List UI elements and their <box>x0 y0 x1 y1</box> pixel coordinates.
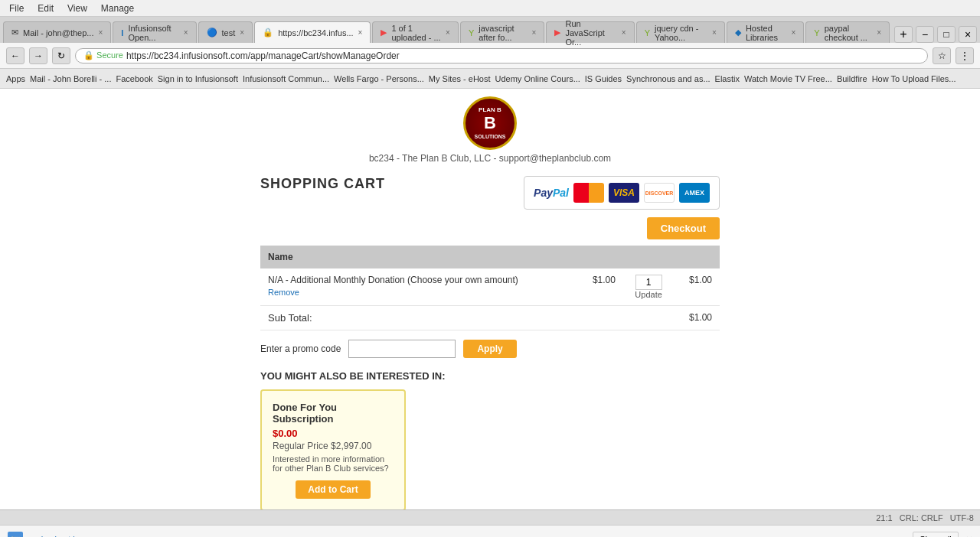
settings-button[interactable]: ⋮ <box>956 47 974 64</box>
tab-hosted-label: Hosted Libraries <box>746 24 787 42</box>
mastercard-icon <box>573 183 604 203</box>
menu-file[interactable]: File <box>3 2 30 15</box>
cart-item-qty-cell: Update <box>623 268 674 306</box>
bookmark-upload[interactable]: How To Upload Files... <box>872 74 956 83</box>
tab-infusionsoft-label: Infusionsoft Open... <box>128 24 178 42</box>
bookmarks-bar: Apps Mail - John Borelli - ... Facebook … <box>0 69 980 89</box>
upsell-regular-price: Regular Price $2,997.00 <box>273 441 394 451</box>
tab-mail[interactable]: ✉ Mail - john@thep... × <box>3 21 111 43</box>
tab-jquery[interactable]: Y jquery cdn - Yahoo... × <box>636 21 725 43</box>
forward-button[interactable]: → <box>29 47 47 64</box>
show-all-downloads-button[interactable]: Show all <box>913 532 959 538</box>
uploaded-favicon: ▶ <box>381 28 387 37</box>
bookmark-facebook[interactable]: Facebook <box>116 74 152 83</box>
maximize-button[interactable]: □ <box>937 26 956 43</box>
tab-test[interactable]: 🔵 test × <box>198 21 253 43</box>
close-tab-manage[interactable]: × <box>358 28 363 37</box>
tab-runjs-label: Run JavaScript Or... <box>565 19 616 47</box>
menu-view[interactable]: View <box>61 2 93 15</box>
tab-paypal[interactable]: Y paypal checkout ... × <box>805 21 890 43</box>
promo-input[interactable] <box>348 340 456 358</box>
logo-badge: PLAN B B SOLUTIONS <box>463 96 517 150</box>
remove-item-link[interactable]: Remove <box>268 288 570 297</box>
tab-manage-label: https://bc234.infus... <box>278 28 353 37</box>
menu-edit[interactable]: Edit <box>31 2 60 15</box>
download-filename[interactable]: ppcheckout.jpg <box>28 535 84 538</box>
upsell-product-price: $0.00 <box>273 428 394 439</box>
close-tab-uploaded[interactable]: × <box>446 28 450 37</box>
bookmark-udemy[interactable]: Udemy Online Cours... <box>495 74 580 83</box>
bookmark-watch[interactable]: Watch Movie TV Free... <box>744 74 832 83</box>
close-download-bar-button[interactable]: × <box>966 533 972 538</box>
visa-icon: VISA <box>609 183 639 203</box>
cart-item-row: N/A - Additional Monthly Donation (Choos… <box>260 268 720 306</box>
test-favicon: 🔵 <box>207 28 217 37</box>
discover-icon: DISCOVER <box>644 183 675 203</box>
download-item: 📷 ppcheckout.jpg ▲ <box>8 532 96 538</box>
bookmark-mail[interactable]: Mail - John Borelli - ... <box>30 74 111 83</box>
promo-row: Enter a promo code Apply <box>260 340 720 358</box>
subtotal-row: Sub Total: $1.00 <box>260 306 720 330</box>
jquery-favicon: Y <box>645 28 650 37</box>
close-tab-jquery[interactable]: × <box>712 28 717 37</box>
upsell-product-name: Done For You Subscription <box>273 402 394 425</box>
upsell-card: Done For You Subscription $0.00 Regular … <box>260 389 406 509</box>
site-tagline: bc234 - The Plan B Club, LLC - support@t… <box>15 153 965 164</box>
bookmark-sign-in[interactable]: Sign in to Infusionsoft <box>158 74 238 83</box>
back-button[interactable]: ← <box>6 47 24 64</box>
apply-button[interactable]: Apply <box>463 340 516 358</box>
download-file-icon: 📷 <box>8 532 23 538</box>
update-qty-link[interactable]: Update <box>631 290 666 299</box>
bookmark-sync[interactable]: Synchronous and as... <box>626 74 710 83</box>
bookmark-wells-fargo[interactable]: Wells Fargo - Persons... <box>334 74 424 83</box>
infusionsoft-favicon: I <box>121 28 123 37</box>
minimize-button[interactable]: − <box>916 26 934 43</box>
upsell-description: Interested in more information for other… <box>273 454 394 473</box>
bookmark-mysites[interactable]: My Sites - eHost <box>429 74 491 83</box>
close-tab-runjs[interactable]: × <box>622 28 626 37</box>
col-header-total <box>674 246 720 268</box>
cart-item-price: $1.00 <box>577 268 623 306</box>
tab-infusionsoft[interactable]: I Infusionsoft Open... × <box>113 21 196 43</box>
tab-uploaded[interactable]: ▶ 1 of 1 uploaded - ... × <box>372 21 458 43</box>
bookmark-buildfire[interactable]: Buildfire <box>837 74 867 83</box>
tab-hosted[interactable]: ◆ Hosted Libraries × <box>727 21 804 43</box>
status-bar: 21:1 CRL: CRLF UTF-8 <box>0 509 980 525</box>
menu-manage[interactable]: Manage <box>95 2 140 15</box>
bookmark-is-guides[interactable]: IS Guides <box>585 74 622 83</box>
tab-paypal-label: paypal checkout ... <box>825 24 872 42</box>
tab-runjs[interactable]: ▶ Run JavaScript Or... × <box>546 21 634 43</box>
logo-container: PLAN B B SOLUTIONS <box>463 96 517 150</box>
cart-item-total: $1.00 <box>674 268 720 306</box>
bookmark-button[interactable]: ☆ <box>933 47 951 64</box>
close-tab-paypal[interactable]: × <box>877 28 881 37</box>
qty-input[interactable] <box>635 275 662 290</box>
tab-uploaded-label: 1 of 1 uploaded - ... <box>391 24 441 42</box>
close-browser-button[interactable]: × <box>959 26 977 43</box>
close-tab-test[interactable]: × <box>240 28 244 37</box>
tab-javascript[interactable]: Y javascript after fo... × <box>460 21 545 43</box>
bookmark-elastix[interactable]: Elastix <box>715 74 740 83</box>
promo-label: Enter a promo code <box>260 343 341 354</box>
checkout-wrapper: Checkout <box>260 217 720 239</box>
status-right: 21:1 CRL: CRLF UTF-8 <box>876 513 974 522</box>
url-box[interactable]: 🔒 Secure https://bc234.infusionsoft.com/… <box>75 48 928 63</box>
close-tab-mail[interactable]: × <box>99 28 103 37</box>
new-tab-button[interactable]: + <box>894 26 913 43</box>
amex-icon: AMEX <box>679 183 710 203</box>
col-header-name: Name <box>260 246 577 268</box>
tab-test-label: test <box>222 28 236 37</box>
address-bar: ← → ↻ 🔒 Secure https://bc234.infusionsof… <box>0 43 980 69</box>
file-menu-bar: File Edit View Manage <box>0 0 980 17</box>
tab-manage[interactable]: 🔒 https://bc234.infus... × <box>254 21 371 43</box>
bookmark-infusionsoft[interactable]: Infusionsoft Commun... <box>243 74 329 83</box>
add-to-cart-button[interactable]: Add to Cart <box>296 480 370 499</box>
close-tab-hosted[interactable]: × <box>791 28 795 37</box>
reload-button[interactable]: ↻ <box>52 47 70 64</box>
bookmark-apps[interactable]: Apps <box>6 74 25 83</box>
url-text: https://bc234.infusionsoft.com/app/manag… <box>126 50 400 61</box>
checkout-button-top[interactable]: Checkout <box>647 217 720 239</box>
close-tab-infusionsoft[interactable]: × <box>184 28 188 37</box>
close-tab-javascript[interactable]: × <box>532 28 537 37</box>
javascript-favicon: Y <box>469 28 474 37</box>
